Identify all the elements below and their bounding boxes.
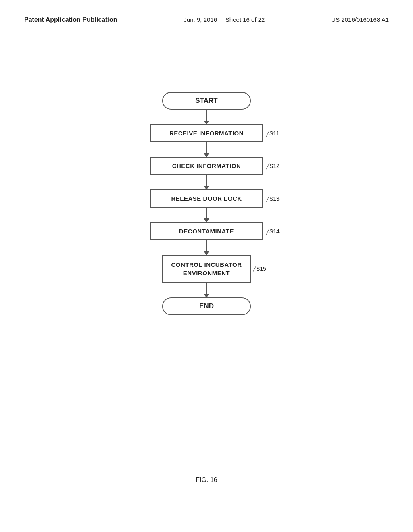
- step-s13-row: RELEASE DOOR LOCK ╱S13: [24, 189, 389, 208]
- arrow-6: [206, 283, 207, 297]
- step-s15-row: CONTROL INCUBATORENVIRONMENT ╱S15: [24, 255, 389, 283]
- step-s11-box: RECEIVE INFORMATION: [150, 124, 263, 142]
- flowchart: START RECEIVE INFORMATION ╱S11 CHECK INF…: [24, 92, 389, 315]
- step-s14-label: DECONTAMINATE: [179, 228, 234, 235]
- step-s15-num: ╱S15: [253, 266, 266, 272]
- sheet-label: Sheet 16 of 22: [225, 16, 265, 23]
- step-s11-label: RECEIVE INFORMATION: [169, 130, 244, 137]
- arrow-1: [206, 110, 207, 124]
- step-s14-num: ╱S14: [266, 228, 280, 235]
- arrow-2: [206, 142, 207, 157]
- start-label: START: [162, 92, 251, 110]
- step-s14-box: DECONTAMINATE: [150, 222, 263, 240]
- figure-caption: FIG. 16: [196, 476, 217, 484]
- step-s13-num: ╱S13: [266, 195, 280, 202]
- arrow-3: [206, 175, 207, 189]
- page: Patent Application Publication Jun. 9, 2…: [0, 0, 413, 532]
- step-s14-row: DECONTAMINATE ╱S14: [24, 222, 389, 240]
- arrow-4: [206, 208, 207, 222]
- step-s12-row: CHECK INFORMATION ╱S12: [24, 157, 389, 175]
- patent-number: US 2016/0160168 A1: [331, 16, 389, 23]
- end-label: END: [162, 297, 251, 315]
- step-s15-box: CONTROL INCUBATORENVIRONMENT: [162, 255, 251, 283]
- page-header: Patent Application Publication Jun. 9, 2…: [24, 16, 389, 27]
- step-s12-label: CHECK INFORMATION: [172, 162, 241, 169]
- start-node: START: [162, 92, 251, 110]
- step-s13-box: RELEASE DOOR LOCK: [150, 189, 263, 208]
- arrow-5: [206, 240, 207, 255]
- step-s13-label: RELEASE DOOR LOCK: [171, 195, 242, 202]
- date-label: Jun. 9, 2016: [184, 16, 217, 23]
- step-s11-row: RECEIVE INFORMATION ╱S11: [24, 124, 389, 142]
- step-s12-num: ╱S12: [266, 163, 280, 169]
- step-s12-box: CHECK INFORMATION: [150, 157, 263, 175]
- end-node: END: [162, 297, 251, 315]
- date-sheet: Jun. 9, 2016 Sheet 16 of 22: [184, 16, 265, 23]
- step-s11-num: ╱S11: [266, 130, 280, 137]
- publication-label: Patent Application Publication: [24, 16, 117, 23]
